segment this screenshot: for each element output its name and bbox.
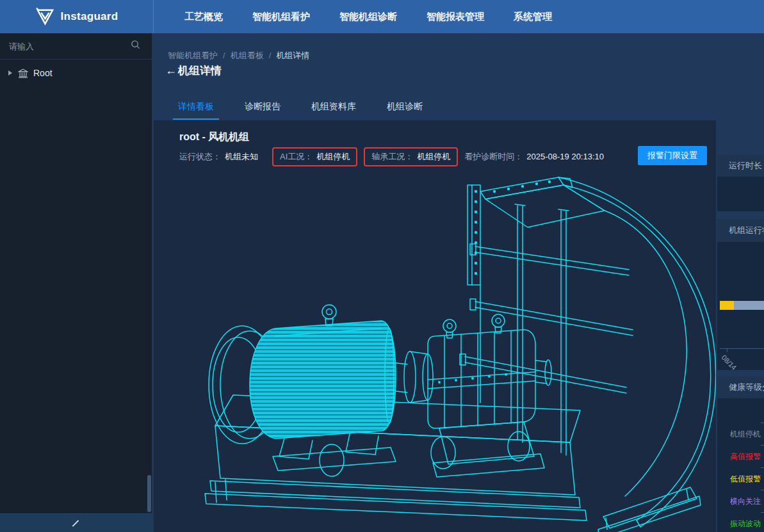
breadcrumb: 智能机组看护/机组看板/机组详情 (168, 50, 309, 61)
centrifugal-fan-wireframe (178, 171, 716, 532)
status-row: 运行状态：机组未知 AI工况：机组停机 轴承工况：机组停机 看护诊断时间：202… (179, 147, 618, 166)
health-category-lateral-attention: 横向关注 (717, 496, 761, 507)
alarm-threshold-button[interactable]: 报警门限设置 (638, 146, 707, 165)
nav-item-unit-diagnosis[interactable]: 智能机组诊断 (339, 11, 397, 23)
breadcrumb-item-current: 机组详情 (276, 51, 309, 60)
machine-detail-page: { "navbar": { "brand": "Instaguard", "it… (0, 0, 764, 532)
instaguard-logo-icon (35, 8, 54, 26)
sidebar-footer (0, 513, 152, 532)
brand-name: Instaguard (61, 10, 118, 23)
nav-menu: 工艺概览 智能机组看护 智能机组诊断 智能报表管理 系统管理 (184, 11, 552, 23)
breadcrumb-item[interactable]: 机组看板 (231, 51, 264, 60)
tab-diagnosis-report[interactable]: 诊断报告 (245, 101, 280, 113)
health-category-high-alarm: 高值报警 (717, 451, 761, 462)
unit-heading: root - 风机机组 (179, 131, 249, 144)
search-icon[interactable] (131, 40, 140, 49)
page-title: ← 机组详情 (165, 63, 222, 78)
y-axis-tick (761, 467, 764, 468)
run-status: 运行状态：机组未知 (179, 151, 258, 163)
health-distribution-panel: 健康等级分布 机组停机 高值报警 低值报警 横向关注 振动波动 (717, 376, 764, 532)
nav-item-process-overview[interactable]: 工艺概览 (184, 11, 223, 23)
tab-unit-diagnosis[interactable]: 机组诊断 (387, 101, 423, 113)
breadcrumb-separator: / (223, 51, 225, 60)
breadcrumb-separator: / (269, 51, 272, 60)
tree-search (0, 33, 152, 59)
tab-unit-library[interactable]: 机组资料库 (311, 101, 356, 113)
nav-item-unit-guard[interactable]: 智能机组看护 (252, 11, 310, 23)
runtime-panel-title: 运行时长 (717, 155, 764, 177)
tab-detail-board[interactable]: 详情看板 (178, 101, 214, 113)
bank-icon (18, 69, 28, 78)
tree-node-root[interactable]: Root (0, 64, 152, 82)
detail-panel: root - 风机机组 运行状态：机组未知 AI工况：机组停机 轴承工况：机组停… (154, 120, 716, 532)
right-sidebar: 运行时长 机组运行状态 08/14 健康等级分布 机组停机 高值报警 低值报警 … (717, 33, 764, 532)
runtime-panel: 运行时长 (717, 155, 764, 211)
y-axis-tick (761, 445, 764, 446)
tree-node-label: Root (33, 68, 53, 78)
unit-status-panel-title: 机组运行状态 (717, 219, 764, 242)
diagnosis-time: 看护诊断时间：2025-08-19 20:13:10 (464, 151, 604, 163)
bar-segment-stopped (720, 301, 734, 310)
top-navbar: Instaguard 工艺概览 智能机组看护 智能机组诊断 智能报表管理 系统管… (0, 0, 764, 33)
back-arrow-icon[interactable]: ← (165, 64, 177, 77)
nav-item-system-management[interactable]: 系统管理 (514, 11, 552, 23)
collapse-handle-icon[interactable] (72, 520, 79, 527)
breadcrumb-item[interactable]: 智能机组看护 (168, 51, 218, 60)
health-panel-title: 健康等级分布 (717, 376, 764, 398)
y-axis-tick (761, 490, 764, 490)
left-sidebar: Root (0, 33, 152, 532)
sidebar-divider (0, 59, 152, 60)
unit-status-panel: 机组运行状态 08/14 (717, 219, 764, 370)
brand: Instaguard (0, 0, 154, 33)
page-title-text: 机组详情 (178, 63, 222, 78)
detail-tabs: 详情看板 诊断报告 机组资料库 机组诊断 (178, 101, 423, 113)
y-axis-tick (761, 423, 764, 423)
health-category-low-alarm: 低值报警 (717, 474, 761, 485)
x-axis-tick (727, 349, 727, 352)
bearing-condition-alarm-box: 轴承工况：机组停机 (364, 147, 458, 166)
status-stacked-bar (720, 301, 764, 310)
bar-segment-unknown (734, 301, 764, 310)
nav-item-report-management[interactable]: 智能报表管理 (427, 11, 484, 23)
caret-right-icon[interactable] (8, 70, 12, 76)
search-input[interactable] (9, 38, 124, 54)
y-axis-tick (761, 512, 764, 513)
x-axis-label: 08/14 (720, 353, 738, 371)
sidebar-scrollbar[interactable] (147, 475, 151, 512)
ai-condition-alarm-box: AI工况：机组停机 (272, 147, 357, 166)
health-category-vibration-fluctuation: 振动波动 (717, 519, 761, 529)
health-category-stopped: 机组停机 (717, 429, 761, 440)
